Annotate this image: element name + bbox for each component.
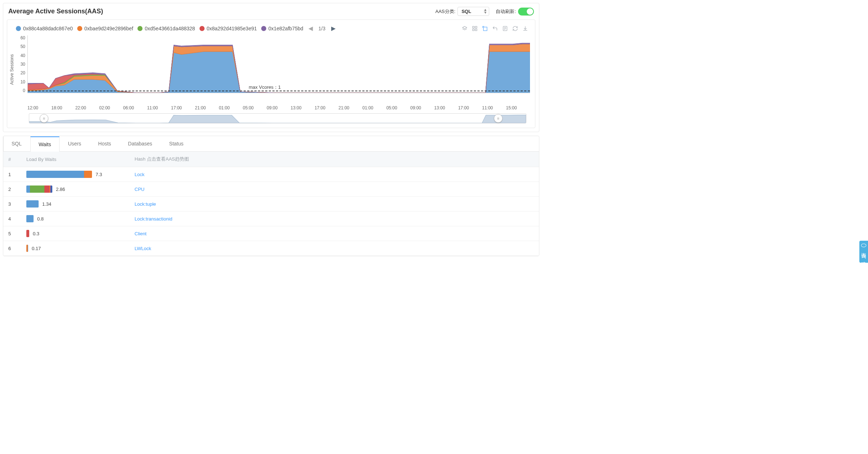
x-tick: 12:00 <box>27 105 51 110</box>
tab-status[interactable]: Status <box>161 136 192 151</box>
chart-plot[interactable]: max Vcores：1 <box>27 35 530 93</box>
tab-waits[interactable]: Waits <box>30 136 59 152</box>
legend-label: 0xbae9d249e2896bef <box>84 26 133 31</box>
aas-panel: Average Active Sessions(AAS) AAS分类: SQL … <box>3 3 539 132</box>
legend-dot-icon <box>261 26 266 31</box>
grid-icon[interactable] <box>472 25 478 32</box>
legend-dot-icon <box>200 26 205 31</box>
svg-rect-5 <box>483 27 487 31</box>
bar-segment <box>84 171 92 178</box>
hash-link[interactable]: Lock:transactionid <box>135 216 172 222</box>
legend-item-0[interactable]: 0x88c4a88dadc867e0 <box>16 26 73 31</box>
hash-link[interactable]: Client <box>135 231 146 236</box>
row-hash-cell: LWLock <box>130 241 539 256</box>
legend-dot-icon <box>137 26 143 31</box>
table-row: 40.8Lock:transactionid <box>3 211 539 226</box>
tab-hosts[interactable]: Hosts <box>90 136 119 151</box>
row-load: 0.8 <box>21 211 130 226</box>
svg-rect-4 <box>475 29 477 31</box>
select-icon[interactable] <box>482 25 488 32</box>
hash-link[interactable]: CPU <box>135 187 144 192</box>
svg-marker-0 <box>463 26 467 29</box>
legend-dot-icon <box>77 26 82 31</box>
x-tick: 13:00 <box>434 105 458 110</box>
x-tick: 21:00 <box>338 105 362 110</box>
hash-link[interactable]: Lock <box>135 172 144 177</box>
category-label: AAS分类: <box>435 8 456 15</box>
x-axis-ticks: 12:0018:0022:0002:0006:0011:0017:0021:00… <box>27 104 530 110</box>
legend-label: 0x88c4a88dadc867e0 <box>23 26 73 31</box>
svg-rect-3 <box>473 29 474 31</box>
legend-prev-arrow-icon[interactable]: ◀ <box>308 25 314 32</box>
y-tick: 0 <box>17 88 25 93</box>
row-index: 5 <box>3 226 21 241</box>
x-tick: 22:00 <box>75 105 99 110</box>
load-bar <box>26 200 39 208</box>
y-axis-label: Active Sessions <box>9 35 17 104</box>
zoom-handle-left[interactable]: ≡ <box>40 114 48 123</box>
download-icon[interactable] <box>522 25 529 32</box>
vcore-label: max Vcores：1 <box>249 84 281 91</box>
legend-label: 0x1e82afb75bd <box>268 26 303 31</box>
x-tick: 09:00 <box>267 105 290 110</box>
legend-item-4[interactable]: 0x1e82afb75bd <box>261 26 303 31</box>
load-bar <box>26 230 29 237</box>
table-header: Load By Waits <box>21 152 130 167</box>
x-tick: 05:00 <box>243 105 267 110</box>
refresh-icon[interactable] <box>512 25 518 32</box>
tab-users[interactable]: Users <box>60 136 90 151</box>
aas-header: Average Active Sessions(AAS) AAS分类: SQL … <box>3 3 539 19</box>
bar-segment <box>26 215 34 222</box>
legend-label: 0xd5e43661da488328 <box>145 26 195 31</box>
x-tick: 11:00 <box>482 105 506 110</box>
details-panel: SQLWaitsUsersHostsDatabasesStatus #Load … <box>3 136 539 256</box>
row-load: 7.3 <box>21 167 130 182</box>
load-bar <box>26 245 28 252</box>
y-tick: 40 <box>17 53 25 58</box>
feedback-icon <box>861 244 866 247</box>
legend-item-3[interactable]: 0x8a292d41985e3e91 <box>200 26 257 31</box>
bar-segment <box>44 185 49 193</box>
load-value: 2.86 <box>56 187 65 192</box>
autorefresh-label: 自动刷新: <box>496 8 516 15</box>
x-tick: 17:00 <box>458 105 482 110</box>
legend-next-arrow-icon[interactable]: ▶ <box>330 25 336 32</box>
x-tick: 05:00 <box>386 105 410 110</box>
y-tick: 20 <box>17 70 25 75</box>
bar-segment <box>26 185 30 193</box>
y-axis-ticks: 6050403020100 <box>17 35 27 93</box>
category-select[interactable]: SQL ▴▾ <box>457 7 489 16</box>
tab-sql[interactable]: SQL <box>3 136 30 151</box>
details-tabs: SQLWaitsUsersHostsDatabasesStatus <box>3 136 539 152</box>
hash-link[interactable]: LWLock <box>135 246 151 251</box>
tab-databases[interactable]: Databases <box>120 136 161 151</box>
x-tick: 17:00 <box>171 105 195 110</box>
table-row: 50.3Client <box>3 226 539 241</box>
autorefresh-toggle[interactable] <box>518 8 534 16</box>
zoom-handle-right[interactable]: ≡ <box>494 114 503 123</box>
feedback-tab[interactable]: 咨询·建议 <box>859 241 868 263</box>
row-index: 1 <box>3 167 21 182</box>
zoom-minimap <box>29 113 526 123</box>
bar-segment <box>26 230 29 237</box>
data-icon[interactable] <box>502 25 508 32</box>
legend-dot-icon <box>16 26 21 31</box>
x-tick: 06:00 <box>123 105 147 110</box>
legend-item-1[interactable]: 0xbae9d249e2896bef <box>77 26 133 31</box>
row-load: 2.86 <box>21 182 130 197</box>
waits-table: #Load By WaitsHash 点击查看AAS趋势图 17.3Lock22… <box>3 152 539 256</box>
table-header: Hash 点击查看AAS趋势图 <box>130 152 539 167</box>
row-index: 6 <box>3 241 21 256</box>
load-value: 1.34 <box>42 201 51 207</box>
stack-icon[interactable] <box>461 25 468 32</box>
legend-item-2[interactable]: 0xd5e43661da488328 <box>137 26 195 31</box>
hash-link[interactable]: Lock:tuple <box>135 201 156 207</box>
legend-label: 0x8a292d41985e3e91 <box>207 26 257 31</box>
y-tick: 30 <box>17 62 25 67</box>
bar-segment <box>26 171 84 178</box>
reset-icon[interactable] <box>492 25 498 32</box>
panel-title: Average Active Sessions(AAS) <box>8 8 103 15</box>
svg-rect-1 <box>473 26 474 28</box>
x-tick: 17:00 <box>315 105 338 110</box>
zoom-slider-track[interactable]: ≡ ≡ <box>29 113 526 123</box>
